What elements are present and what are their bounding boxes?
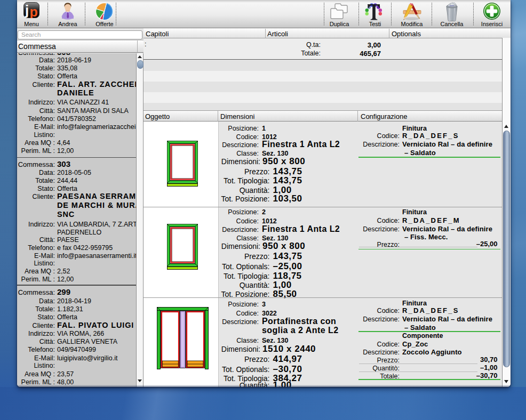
svg-text:j: j bbox=[25, 2, 29, 18]
svg-text:p: p bbox=[30, 4, 38, 19]
